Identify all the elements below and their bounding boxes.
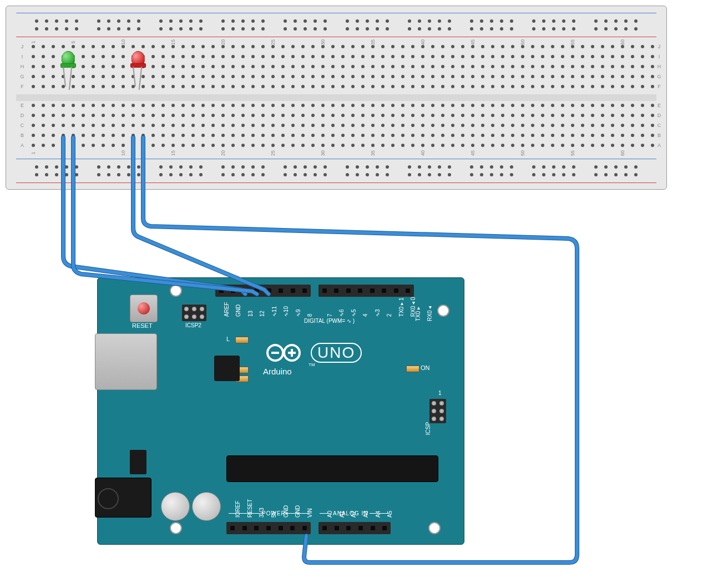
pin-hole <box>371 114 375 117</box>
pin-hole <box>301 134 305 137</box>
pin-hole <box>371 104 375 107</box>
pin-hole <box>102 55 105 58</box>
pin-hole <box>401 144 404 147</box>
header-pin[interactable] <box>267 288 271 293</box>
pin-hole <box>571 65 574 68</box>
header-pin[interactable] <box>358 288 362 293</box>
pin-hole <box>421 75 424 78</box>
col-label: 15 <box>170 38 176 46</box>
pin-hole <box>321 85 325 88</box>
header-pin[interactable] <box>335 526 339 530</box>
pin-hole <box>461 75 464 78</box>
header-pin[interactable] <box>382 288 386 293</box>
header-pin[interactable] <box>334 288 338 293</box>
pin-hole <box>351 75 355 78</box>
pin-hole <box>42 124 45 127</box>
header-pin[interactable] <box>370 288 375 293</box>
header-pin[interactable] <box>358 526 363 530</box>
header-pin[interactable] <box>279 288 283 293</box>
pin-hole <box>261 45 265 48</box>
pin-hole <box>304 173 307 176</box>
pin-hole <box>408 165 411 169</box>
pin-hole <box>391 85 395 88</box>
pin-hole <box>32 65 35 68</box>
pin-hole <box>62 144 65 147</box>
pin-hole <box>271 124 275 127</box>
header-pin[interactable] <box>406 288 410 293</box>
reset-button[interactable] <box>130 295 158 322</box>
pin-hole <box>251 134 255 137</box>
header-pin[interactable] <box>371 526 375 530</box>
pin-hole <box>501 55 504 58</box>
header-pin[interactable] <box>254 526 259 530</box>
row-label: A <box>19 143 25 148</box>
pin-hole <box>581 124 584 127</box>
pin-hole <box>141 45 145 48</box>
pin-hole <box>55 165 58 169</box>
pin-hole <box>191 45 195 48</box>
pin-hole <box>408 27 411 31</box>
header-pin[interactable] <box>322 526 327 530</box>
header-pin[interactable] <box>346 526 351 530</box>
pin-hole <box>541 124 544 127</box>
pin-hole <box>102 65 105 68</box>
header-pin[interactable] <box>279 526 283 530</box>
pin-hole <box>82 144 85 147</box>
pin-hole <box>169 27 173 31</box>
pin-hole <box>511 45 514 48</box>
pin-hole <box>471 114 474 117</box>
pin-hole <box>271 134 275 137</box>
header-pin[interactable] <box>302 526 307 530</box>
header-pin[interactable] <box>322 288 327 293</box>
row-label: C <box>19 123 25 128</box>
pin-hole <box>251 124 255 127</box>
header-pin[interactable] <box>255 288 259 293</box>
header-pin[interactable] <box>242 526 247 530</box>
pin-hole <box>591 85 594 88</box>
pin-hole <box>621 85 624 88</box>
pin-hole <box>321 124 325 127</box>
pin-hole <box>151 114 155 117</box>
pin-hole <box>431 75 434 78</box>
header-pin[interactable] <box>302 288 307 293</box>
pin-hole <box>102 114 105 117</box>
pin-hole <box>451 134 454 137</box>
pin-hole <box>438 173 441 176</box>
header-pin[interactable] <box>219 288 224 293</box>
pin-hole <box>521 85 524 88</box>
pin-hole <box>481 114 484 117</box>
pin-hole <box>291 114 295 117</box>
header-pin[interactable] <box>266 526 271 530</box>
pin-hole <box>611 55 614 58</box>
header-pin[interactable] <box>346 288 351 293</box>
header-pin[interactable] <box>230 526 235 530</box>
header-pin[interactable] <box>243 288 247 293</box>
pin-hole <box>281 144 285 147</box>
pin-hole <box>481 85 484 88</box>
header-pin[interactable] <box>231 288 235 293</box>
pin-hole <box>471 75 474 78</box>
pin-hole <box>127 165 130 169</box>
pin-hole <box>311 104 315 107</box>
pin-hole <box>189 19 193 23</box>
pin-hole <box>191 104 195 107</box>
pin-hole <box>201 134 205 137</box>
header-pin[interactable] <box>291 288 295 293</box>
pin-hole <box>401 45 404 48</box>
pin-hole <box>601 144 604 147</box>
header-pin[interactable] <box>394 288 398 293</box>
pin-hole <box>281 65 285 68</box>
pin-hole <box>179 19 183 23</box>
pin-hole <box>341 45 345 48</box>
pin-hole <box>376 173 379 176</box>
pin-hole <box>301 104 305 107</box>
pin-hole <box>351 144 355 147</box>
pin-hole <box>251 45 255 48</box>
pin-hole <box>112 65 115 68</box>
pin-hole <box>428 173 431 176</box>
pin-hole <box>221 165 225 169</box>
header-pin[interactable] <box>290 526 295 530</box>
pin-hole <box>62 124 65 127</box>
header-pin[interactable] <box>382 526 387 530</box>
pin-hole <box>641 104 644 107</box>
